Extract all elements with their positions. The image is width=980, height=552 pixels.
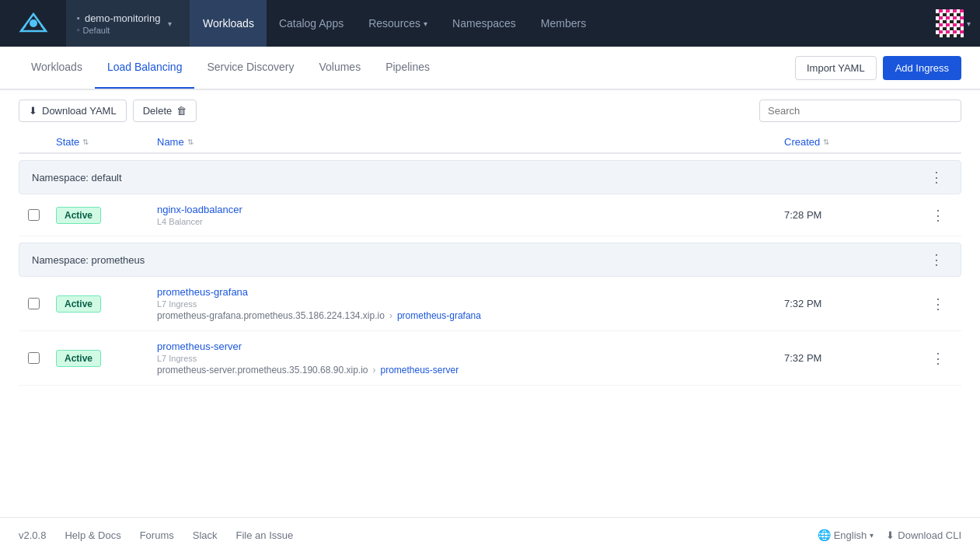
service-type: L4 Balancer bbox=[157, 217, 784, 226]
row-kebab-default[interactable]: ⋮ bbox=[924, 207, 952, 224]
file-issue-link[interactable]: File an Issue bbox=[236, 529, 294, 541]
name-cell: prometheus-server L7 Ingress prometheus-… bbox=[157, 341, 784, 376]
target-url-grafana: prometheus-grafana.prometheus.35.186.224… bbox=[157, 310, 385, 321]
row-kebab-server[interactable]: ⋮ bbox=[924, 350, 952, 367]
status-cell: Active bbox=[56, 295, 157, 313]
forums-link[interactable]: Forums bbox=[140, 529, 174, 541]
namespace-default-kebab[interactable]: ⋮ bbox=[925, 169, 948, 186]
created-column-header[interactable]: Created ⇅ bbox=[784, 136, 924, 148]
download-icon: ⬇ bbox=[29, 105, 37, 117]
namespace-row-prometheus: Namespace: prometheus ⋮ bbox=[19, 243, 961, 277]
toolbar: ⬇ Download YAML Delete 🗑 bbox=[0, 90, 980, 131]
name-column-header[interactable]: Name ⇅ bbox=[157, 136, 784, 148]
row-checkbox-cell bbox=[28, 209, 56, 221]
project-selector[interactable]: ▪ demo-monitoring ▫ Default ▾ bbox=[66, 0, 190, 47]
arrow-icon-grafana: › bbox=[389, 310, 392, 321]
name-sort-icon: ⇅ bbox=[187, 138, 194, 146]
delete-button[interactable]: Delete 🗑 bbox=[133, 100, 197, 122]
footer-right: 🌐 English ▾ ⬇ Download CLI bbox=[818, 529, 961, 541]
service-name-grafana[interactable]: prometheus-grafana bbox=[157, 286, 784, 298]
created-cell: 7:28 PM bbox=[784, 209, 924, 221]
service-name[interactable]: nginx-loadbalancer bbox=[157, 204, 784, 215]
download-cli-icon: ⬇ bbox=[886, 529, 895, 541]
tab-volumes[interactable]: Volumes bbox=[306, 47, 373, 89]
row-checkbox-cell bbox=[28, 298, 56, 309]
nav-catalog[interactable]: Catalog Apps bbox=[267, 0, 356, 47]
delete-icon: 🗑 bbox=[176, 105, 187, 117]
sub-nav-actions: Import YAML Add Ingress bbox=[795, 56, 961, 80]
row-kebab-grafana[interactable]: ⋮ bbox=[924, 295, 952, 313]
service-name-server[interactable]: prometheus-server bbox=[157, 341, 784, 352]
row-checkbox[interactable] bbox=[28, 209, 40, 221]
download-cli-label: Download CLI bbox=[898, 529, 961, 541]
arrow-icon-server: › bbox=[373, 365, 376, 376]
project-chevron-icon: ▾ bbox=[168, 19, 172, 28]
search-input[interactable] bbox=[759, 100, 961, 122]
slack-link[interactable]: Slack bbox=[193, 529, 218, 541]
tab-pipelines[interactable]: Pipelines bbox=[373, 47, 442, 89]
footer: v2.0.8 Help & Docs Forums Slack File an … bbox=[0, 517, 980, 552]
target-url-server: prometheus-server.prometheus.35.190.68.9… bbox=[157, 365, 368, 376]
download-yaml-button[interactable]: ⬇ Download YAML bbox=[19, 100, 127, 122]
brand-logo[interactable] bbox=[0, 0, 66, 47]
table-row: Active prometheus-server L7 Ingress prom… bbox=[19, 331, 961, 386]
default-icon: ▫ bbox=[77, 26, 80, 34]
nav-links: Workloads Catalog Apps Resources▾ Namesp… bbox=[190, 0, 598, 47]
import-yaml-button[interactable]: Import YAML bbox=[795, 56, 877, 80]
lang-chevron-icon: ▾ bbox=[870, 531, 874, 540]
user-avatar[interactable] bbox=[936, 9, 964, 37]
namespace-row-default: Namespace: default ⋮ bbox=[19, 160, 961, 194]
service-type-grafana: L7 Ingress bbox=[157, 299, 784, 309]
target-link-server[interactable]: prometheus-server bbox=[381, 365, 459, 376]
status-cell: Active bbox=[56, 207, 157, 224]
tab-load-balancing[interactable]: Load Balancing bbox=[95, 47, 195, 89]
project-default: Default bbox=[83, 26, 110, 35]
name-cell: prometheus-grafana L7 Ingress prometheus… bbox=[157, 286, 784, 321]
table-header: State ⇅ Name ⇅ Created ⇅ bbox=[19, 131, 961, 154]
target-link-grafana[interactable]: prometheus-grafana bbox=[397, 310, 481, 321]
table-row: Active prometheus-grafana L7 Ingress pro… bbox=[19, 277, 961, 331]
add-ingress-button[interactable]: Add Ingress bbox=[883, 56, 961, 80]
table-container: State ⇅ Name ⇅ Created ⇅ Namespace: defa… bbox=[0, 131, 980, 517]
status-badge: Active bbox=[56, 295, 101, 313]
targets-cell-server: prometheus-server.prometheus.35.190.68.9… bbox=[157, 365, 784, 376]
sub-nav: Workloads Load Balancing Service Discove… bbox=[0, 47, 980, 90]
nav-right: ▾ bbox=[936, 0, 980, 47]
row-checkbox[interactable] bbox=[28, 298, 40, 309]
targets-cell-grafana: prometheus-grafana.prometheus.35.186.224… bbox=[157, 310, 784, 321]
nav-workloads[interactable]: Workloads bbox=[190, 0, 267, 47]
created-cell-server: 7:32 PM bbox=[784, 352, 924, 364]
language-label: English bbox=[834, 529, 867, 541]
namespace-prometheus-label: Namespace: prometheus bbox=[32, 254, 145, 266]
name-cell: nginx-loadbalancer L4 Balancer bbox=[157, 204, 784, 226]
tab-workloads[interactable]: Workloads bbox=[19, 47, 95, 89]
status-badge: Active bbox=[56, 350, 101, 367]
version: v2.0.8 bbox=[19, 529, 46, 541]
status-cell: Active bbox=[56, 350, 157, 367]
download-cli-link[interactable]: ⬇ Download CLI bbox=[886, 529, 961, 541]
row-checkbox[interactable] bbox=[28, 352, 40, 364]
state-sort-icon: ⇅ bbox=[82, 138, 89, 146]
namespace-section-default: Namespace: default ⋮ Active nginx-loadba… bbox=[19, 160, 961, 236]
avatar-chevron-icon: ▾ bbox=[967, 19, 971, 28]
globe-icon: 🌐 bbox=[818, 529, 831, 541]
project-icon: ▪ bbox=[77, 13, 80, 23]
tab-service-discovery[interactable]: Service Discovery bbox=[194, 47, 306, 89]
svg-point-2 bbox=[30, 19, 37, 27]
help-docs-link[interactable]: Help & Docs bbox=[65, 529, 120, 541]
namespace-default-label: Namespace: default bbox=[32, 172, 122, 183]
project-name: demo-monitoring bbox=[85, 12, 161, 24]
state-column-header[interactable]: State ⇅ bbox=[56, 136, 157, 148]
created-cell-grafana: 7:32 PM bbox=[784, 298, 924, 309]
language-selector[interactable]: 🌐 English ▾ bbox=[818, 529, 874, 541]
row-checkbox-cell bbox=[28, 352, 56, 364]
created-sort-icon: ⇅ bbox=[823, 138, 829, 146]
nav-members[interactable]: Members bbox=[528, 0, 598, 47]
top-nav: ▪ demo-monitoring ▫ Default ▾ Workloads … bbox=[0, 0, 980, 47]
namespace-prometheus-kebab[interactable]: ⋮ bbox=[925, 251, 948, 268]
nav-namespaces[interactable]: Namespaces bbox=[440, 0, 528, 47]
nav-resources[interactable]: Resources▾ bbox=[356, 0, 440, 47]
status-badge: Active bbox=[56, 207, 101, 224]
service-type-server: L7 Ingress bbox=[157, 354, 784, 363]
resources-chevron-icon: ▾ bbox=[424, 19, 427, 28]
